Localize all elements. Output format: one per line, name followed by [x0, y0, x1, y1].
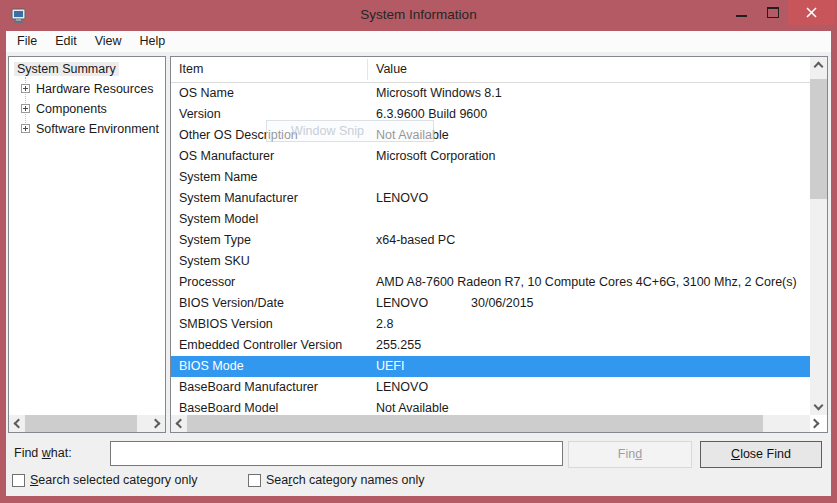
grid-header: Item Value — [171, 57, 810, 83]
row-value: 2.8 — [376, 314, 393, 335]
menu-item-file[interactable]: File — [8, 31, 46, 52]
scroll-left-icon[interactable] — [171, 415, 188, 432]
row-value: 255.255 — [376, 335, 421, 356]
tree-hscroll-thumb[interactable] — [25, 415, 137, 432]
table-row[interactable]: BIOS Version/DateLENOVO30/06/2015 — [171, 293, 812, 314]
table-row[interactable]: BIOS ModeUEFI — [171, 356, 812, 377]
row-value-2: 30/06/2015 — [471, 293, 534, 314]
tree-item-components[interactable]: Components — [9, 99, 165, 119]
row-item: OS Name — [179, 83, 234, 104]
row-item: SMBIOS Version — [179, 314, 273, 335]
expand-plus-icon[interactable] — [21, 84, 30, 93]
details-panel: Item Value OS NameMicrosoft Windows 8.1V… — [170, 56, 828, 433]
row-item: Version — [179, 104, 221, 125]
maximize-icon — [767, 7, 779, 18]
window-title: System Information — [0, 0, 837, 30]
close-button[interactable] — [788, 0, 835, 25]
row-value: LENOVO — [376, 293, 428, 314]
scroll-up-icon[interactable] — [810, 57, 827, 74]
column-separator[interactable] — [367, 59, 368, 80]
tree-horizontal-scrollbar[interactable] — [9, 415, 165, 432]
close-find-button[interactable]: Close Find — [700, 441, 822, 468]
grid-hscroll-thumb[interactable] — [187, 415, 763, 432]
row-item: BaseBoard Manufacturer — [179, 377, 318, 398]
row-item: Embedded Controller Version — [179, 335, 342, 356]
category-tree-panel: System SummaryHardware ResourcesComponen… — [8, 56, 166, 433]
minimize-button[interactable] — [726, 0, 757, 25]
search-selected-category-checkbox[interactable] — [12, 474, 25, 487]
search-selected-category-label: Search selected category only — [30, 473, 197, 487]
menu-item-view[interactable]: View — [86, 31, 131, 52]
maximize-button[interactable] — [757, 0, 788, 25]
category-tree: System SummaryHardware ResourcesComponen… — [9, 59, 165, 415]
grid-vscroll-thumb[interactable] — [810, 79, 827, 199]
table-row[interactable]: BaseBoard ModelNot Available — [171, 398, 812, 415]
find-input[interactable] — [110, 441, 563, 466]
row-item: BIOS Mode — [179, 356, 244, 377]
table-row[interactable]: System ManufacturerLENOVO — [171, 188, 812, 209]
row-value: LENOVO — [376, 188, 428, 209]
tree-item-label: Hardware Resources — [33, 82, 156, 96]
tree-item-label: Components — [33, 102, 110, 116]
row-item: System SKU — [179, 251, 250, 272]
row-item: BaseBoard Model — [179, 398, 278, 415]
table-row[interactable]: OS NameMicrosoft Windows 8.1 — [171, 83, 812, 104]
row-item: OS Manufacturer — [179, 146, 274, 167]
row-value: Not Available — [376, 398, 449, 415]
system-information-window: System Information FileEditViewHelp Syst… — [0, 0, 837, 503]
table-row[interactable]: System Typex64-based PC — [171, 230, 812, 251]
search-category-names-label: Search category names only — [266, 473, 424, 487]
row-value: Microsoft Corporation — [376, 146, 496, 167]
close-icon — [806, 7, 817, 18]
tree-item-label: Software Environment — [33, 122, 162, 136]
tree-item-hardware-resources[interactable]: Hardware Resources — [9, 79, 165, 99]
tree-item-system-summary[interactable]: System Summary — [9, 59, 165, 79]
scroll-right-icon[interactable] — [148, 415, 165, 432]
menu-bar: FileEditViewHelp — [6, 31, 831, 52]
search-category-names-checkbox[interactable] — [248, 474, 261, 487]
tree-item-label: System Summary — [14, 62, 119, 76]
row-item: System Type — [179, 230, 251, 251]
column-header-item[interactable]: Item — [179, 57, 203, 82]
menu-item-edit[interactable]: Edit — [46, 31, 86, 52]
table-row[interactable]: System Model — [171, 209, 812, 230]
grid-horizontal-scrollbar[interactable] — [171, 415, 810, 432]
search-category-names-checkbox-row: Search category names only — [248, 472, 424, 488]
tree-item-software-environment[interactable]: Software Environment — [9, 119, 165, 139]
expand-plus-icon[interactable] — [21, 124, 30, 133]
row-item: System Model — [179, 209, 258, 230]
table-row[interactable]: Embedded Controller Version255.255 — [171, 335, 812, 356]
grid-vertical-scrollbar[interactable] — [810, 57, 827, 415]
row-item: System Manufacturer — [179, 188, 298, 209]
table-row[interactable]: BaseBoard ManufacturerLENOVO — [171, 377, 812, 398]
table-row[interactable]: System Name — [171, 167, 812, 188]
table-row[interactable]: ProcessorAMD A8-7600 Radeon R7, 10 Compu… — [171, 272, 812, 293]
table-row[interactable]: System SKU — [171, 251, 812, 272]
find-what-label: Find what: — [14, 441, 72, 466]
table-row[interactable]: SMBIOS Version2.8 — [171, 314, 812, 335]
row-value: UEFI — [376, 356, 404, 377]
client-area: System SummaryHardware ResourcesComponen… — [6, 52, 831, 496]
row-value: Microsoft Windows 8.1 — [376, 83, 502, 104]
minimize-icon — [736, 15, 747, 17]
scroll-down-icon[interactable] — [810, 398, 827, 415]
row-value: LENOVO — [376, 377, 428, 398]
column-header-value[interactable]: Value — [376, 57, 407, 82]
find-button[interactable]: Find — [568, 441, 692, 468]
table-row[interactable]: OS ManufacturerMicrosoft Corporation — [171, 146, 812, 167]
search-selected-category-checkbox-row: Search selected category only — [12, 472, 197, 488]
scroll-right-icon[interactable] — [807, 415, 824, 432]
row-item: System Name — [179, 167, 258, 188]
row-value: AMD A8-7600 Radeon R7, 10 Compute Cores … — [376, 272, 797, 293]
title-bar[interactable]: System Information — [0, 0, 837, 31]
row-item: Processor — [179, 272, 235, 293]
menu-item-help[interactable]: Help — [131, 31, 175, 52]
expand-plus-icon[interactable] — [21, 104, 30, 113]
row-value: x64-based PC — [376, 230, 455, 251]
row-item: BIOS Version/Date — [179, 293, 284, 314]
scroll-left-icon[interactable] — [9, 415, 26, 432]
window-snip-watermark: Window Snip — [266, 120, 434, 142]
